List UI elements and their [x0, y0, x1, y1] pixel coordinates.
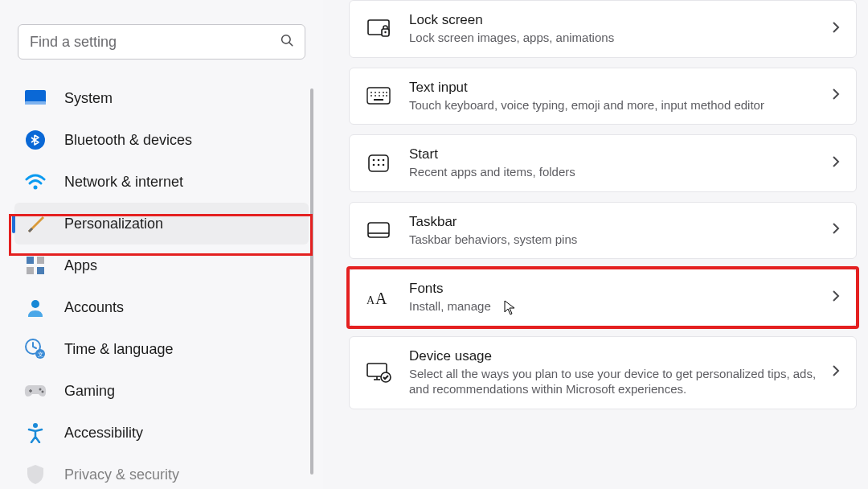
- svg-point-28: [379, 95, 380, 97]
- card-subtitle: Lock screen images, apps, animations: [409, 30, 822, 46]
- card-text: Lock screen Lock screen images, apps, an…: [409, 12, 822, 46]
- card-subtitle: Touch keyboard, voice typing, emoji and …: [409, 97, 822, 113]
- card-title: Device usage: [409, 348, 822, 364]
- chevron-right-icon: [832, 364, 840, 380]
- sidebar-item-label: Accounts: [64, 299, 124, 316]
- settings-app: System Bluetooth & devices Network & int…: [0, 0, 868, 489]
- svg-point-14: [39, 388, 42, 391]
- taskbar-icon: [366, 217, 391, 243]
- svg-point-30: [386, 95, 387, 97]
- sidebar-item-label: Apps: [64, 257, 97, 274]
- svg-point-5: [34, 186, 38, 190]
- card-deviceusage[interactable]: Device usage Select all the ways you pla…: [349, 336, 857, 409]
- svg-rect-32: [369, 155, 388, 171]
- svg-text:A: A: [375, 290, 387, 307]
- chevron-right-icon: [832, 155, 840, 171]
- sidebar-item-label: Accessibility: [64, 425, 143, 442]
- content: Lock screen Lock screen images, apps, an…: [323, 0, 868, 489]
- svg-rect-39: [368, 223, 389, 237]
- svg-point-29: [383, 95, 384, 97]
- wifi-icon: [24, 171, 47, 193]
- card-title: Taskbar: [409, 214, 822, 230]
- accessibility-icon: [24, 421, 47, 444]
- sidebar-item-accounts[interactable]: Accounts: [0, 286, 323, 328]
- sidebar-item-label: Network & internet: [64, 174, 183, 191]
- sidebar-item-bluetooth[interactable]: Bluetooth & devices: [0, 119, 323, 161]
- svg-rect-7: [37, 257, 44, 264]
- card-subtitle: Install, manage: [409, 298, 822, 314]
- sidebar-item-accessibility[interactable]: Accessibility: [0, 412, 323, 454]
- sidebar-nav: System Bluetooth & devices Network & int…: [0, 77, 323, 489]
- sidebar-item-personalization[interactable]: Personalization: [14, 203, 309, 244]
- sidebar-item-apps[interactable]: Apps: [0, 244, 323, 286]
- card-subtitle: Select all the ways you plan to use your…: [409, 366, 822, 397]
- svg-point-23: [379, 92, 380, 93]
- apps-icon: [24, 254, 47, 277]
- svg-rect-3: [25, 101, 46, 105]
- svg-text:文: 文: [38, 351, 43, 357]
- svg-text:A: A: [366, 294, 375, 306]
- sidebar-item-time[interactable]: 文 Time & language: [0, 328, 323, 370]
- svg-point-27: [375, 95, 376, 97]
- svg-point-15: [42, 391, 44, 393]
- card-text: Taskbar Taskbar behaviors, system pins: [409, 214, 822, 248]
- sidebar-item-label: Gaming: [64, 383, 115, 400]
- svg-point-21: [371, 92, 372, 93]
- sidebar-item-label: Time & language: [64, 341, 173, 358]
- svg-point-36: [373, 163, 375, 166]
- card-title: Start: [409, 146, 822, 162]
- svg-point-35: [383, 158, 385, 161]
- svg-point-24: [383, 92, 384, 93]
- svg-point-25: [386, 92, 387, 93]
- sidebar-item-gaming[interactable]: Gaming: [0, 370, 323, 412]
- cursor-pointer: [504, 300, 515, 314]
- card-title: Text input: [409, 80, 822, 96]
- sidebar-item-label: System: [64, 90, 113, 107]
- device-usage-icon: [366, 360, 391, 385]
- time-language-icon: 文: [24, 338, 47, 360]
- sidebar-item-privacy[interactable]: Privacy & security: [0, 454, 323, 489]
- svg-point-10: [31, 300, 39, 308]
- lock-screen-icon: [366, 16, 391, 42]
- card-text: Text input Touch keyboard, voice typing,…: [409, 80, 822, 113]
- card-textinput[interactable]: Text input Touch keyboard, voice typing,…: [349, 68, 857, 125]
- chevron-right-icon: [832, 290, 840, 306]
- search-wrap: [18, 24, 305, 60]
- card-subtitle: Recent apps and items, folders: [409, 164, 822, 180]
- svg-point-22: [375, 92, 376, 93]
- start-icon: [366, 150, 391, 176]
- svg-line-1: [289, 43, 293, 46]
- svg-point-26: [371, 95, 372, 97]
- svg-point-38: [383, 163, 385, 166]
- keyboard-icon: [366, 83, 391, 109]
- bluetooth-icon: [24, 129, 47, 151]
- card-fonts[interactable]: AA Fonts Install, manage: [349, 269, 857, 327]
- card-text: Device usage Select all the ways you pla…: [409, 348, 822, 397]
- search-input[interactable]: [18, 24, 305, 60]
- shield-icon: [24, 463, 47, 486]
- sidebar: System Bluetooth & devices Network & int…: [0, 0, 323, 489]
- accounts-icon: [24, 296, 47, 318]
- card-text: Start Recent apps and items, folders: [409, 146, 822, 180]
- sidebar-item-label: Bluetooth & devices: [64, 132, 192, 149]
- svg-point-19: [384, 31, 386, 33]
- svg-rect-8: [27, 267, 34, 274]
- svg-point-33: [373, 158, 375, 161]
- sidebar-item-label: Personalization: [64, 216, 163, 232]
- sidebar-item-network[interactable]: Network & internet: [0, 161, 323, 203]
- card-title: Fonts: [409, 281, 822, 297]
- card-taskbar[interactable]: Taskbar Taskbar behaviors, system pins: [349, 202, 857, 260]
- fonts-icon: AA: [366, 285, 391, 310]
- paintbrush-icon: [24, 212, 47, 235]
- card-subtitle: Taskbar behaviors, system pins: [409, 232, 822, 248]
- svg-point-37: [378, 163, 380, 166]
- sidebar-scrollbar[interactable]: [310, 88, 313, 475]
- gaming-icon: [24, 380, 47, 402]
- sidebar-item-label: Privacy & security: [64, 466, 179, 483]
- sidebar-item-system[interactable]: System: [0, 77, 323, 119]
- card-start[interactable]: Start Recent apps and items, folders: [349, 134, 857, 192]
- chevron-right-icon: [832, 21, 840, 37]
- svg-point-34: [378, 158, 380, 161]
- card-lockscreen[interactable]: Lock screen Lock screen images, apps, an…: [349, 0, 857, 58]
- svg-rect-9: [37, 267, 44, 274]
